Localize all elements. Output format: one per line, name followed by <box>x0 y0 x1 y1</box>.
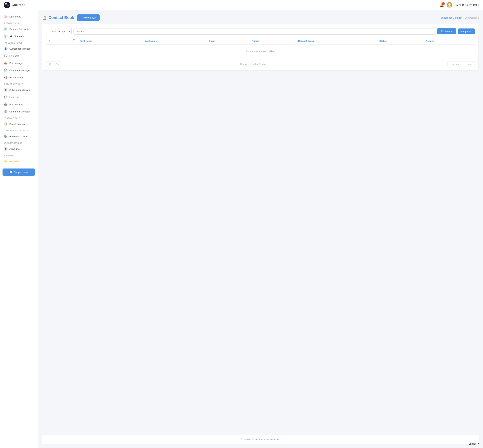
sidebar: ⊞ Dashboard INTEGRATIONS 🔗 Connect Accou… <box>0 10 38 448</box>
sidebar-item-connect-accounts[interactable]: 🔗 Connect Accounts <box>0 25 38 33</box>
sidebar-item-dashboard-label: Dashboard <box>9 15 21 18</box>
section-title-facebook: FACEBOOK TOOLS <box>0 40 38 45</box>
main-content: 📋 Contact Book + New contact Subscriber … <box>38 10 483 448</box>
sidebar-item-label: Subscriber Manager <box>9 89 31 91</box>
ig-livechat-icon: 💬 <box>4 95 8 99</box>
table-header-row: # First Name Last Name Email Phone Conta… <box>46 38 475 44</box>
fb-broadcasting-icon: 📢 <box>4 75 8 80</box>
contact-group-select[interactable]: Contact Group <box>46 28 71 35</box>
brand-chevron-icon: ▼ <box>478 4 479 6</box>
sidebar-item-api-channels[interactable]: 📡 API channels <box>0 33 38 40</box>
ig-subscriber-icon: 👤 <box>4 88 8 92</box>
payment-icon: 💳 <box>4 159 8 163</box>
col-last-name: Last Name <box>142 38 207 44</box>
col-checkbox <box>70 38 78 44</box>
col-actions: Actions <box>423 38 475 44</box>
app-name: Cheifbot <box>12 3 25 7</box>
sidebar-section-integrations: INTEGRATIONS 🔗 Connect Accounts 📡 API ch… <box>0 20 38 40</box>
layout: ⊞ Dashboard INTEGRATIONS 🔗 Connect Accou… <box>0 10 483 448</box>
appsumo-icon: 👤 <box>4 147 8 151</box>
language-label: English <box>469 442 476 445</box>
sidebar-section-admin: ADMINISTRATIONS 👤 Appsumo <box>0 140 38 152</box>
ig-comment-icon: 💬 <box>4 110 8 113</box>
page-title-text: Contact Book <box>48 15 74 20</box>
language-selector[interactable]: English ▼ <box>469 442 479 445</box>
svg-point-6 <box>448 3 451 6</box>
sidebar-item-label: Appsumo <box>9 148 20 150</box>
connect-accounts-icon: 🔗 <box>4 27 8 31</box>
sidebar-item-ecommerce[interactable]: 🏪 Ecommerce store <box>0 133 38 140</box>
breadcrumb-separator: / <box>463 16 464 19</box>
support-icon: 💬 <box>9 171 12 174</box>
pagination-buttons: Previous Next <box>448 61 475 67</box>
sidebar-item-fb-subscriber[interactable]: 👤 Subscriber Manager <box>0 45 38 52</box>
sidebar-item-label: API channels <box>9 35 24 38</box>
per-page-chevron-icon: ▼ <box>57 63 61 65</box>
sidebar-item-dashboard[interactable]: ⊞ Dashboard <box>0 13 38 20</box>
col-hash: # <box>46 38 70 44</box>
breadcrumb: Subscriber Manager / Contact Book <box>441 16 479 19</box>
footer-copyright: © ChiefBot <box>241 438 251 441</box>
sidebar-item-label: Comment Manager <box>9 69 30 72</box>
table-container: # First Name Last Name Email Phone Conta… <box>46 38 475 58</box>
new-contact-btn-label: + New contact <box>80 16 96 19</box>
notification-badge: 0 <box>442 2 445 5</box>
sidebar-item-label: Live chat <box>9 55 19 57</box>
section-title-admin: ADMINISTRATIONS <box>0 140 38 145</box>
sidebar-section-payment: PAYMENT 💳 Payment <box>0 152 38 165</box>
search-button[interactable]: 🔍 Search <box>437 28 456 34</box>
new-contact-button[interactable]: + New contact <box>77 14 100 21</box>
search-input[interactable] <box>73 28 435 35</box>
sidebar-item-fb-botmanager[interactable]: 🤖 Bot manager <box>0 59 38 67</box>
sidebar-item-label: Subscriber Manager <box>9 48 31 50</box>
svg-point-7 <box>448 6 451 8</box>
footer-company-link[interactable]: iCollab Technologies Pvt Ltd <box>253 438 280 441</box>
col-phone: Phone <box>249 38 296 44</box>
sidebar-item-fb-comment[interactable]: 💬 Comment Manager <box>0 67 38 74</box>
search-btn-label: Search <box>445 30 452 33</box>
breadcrumb-parent[interactable]: Subscriber Manager <box>441 16 462 19</box>
support-desk-button[interactable]: 💬 Support desk <box>2 168 35 176</box>
sidebar-item-fb-broadcasting[interactable]: 📢 Broadcasting <box>0 74 38 81</box>
avatar[interactable] <box>447 2 452 8</box>
next-button[interactable]: Next <box>463 61 475 67</box>
svg-rect-3 <box>5 6 7 6</box>
options-button[interactable]: + Options <box>458 28 475 34</box>
brand-name[interactable]: Trend Business CO ▼ <box>455 4 479 7</box>
previous-button[interactable]: Previous <box>448 61 464 67</box>
sidebar-item-label: Live chat <box>9 96 19 99</box>
notification-bell[interactable]: 🔔 0 <box>440 3 444 7</box>
col-email: Email <box>207 38 249 44</box>
svg-rect-2 <box>5 3 7 4</box>
table-head: # First Name Last Name Email Phone Conta… <box>46 38 475 44</box>
per-page-select[interactable]: 10 25 50 100 <box>46 61 57 67</box>
sidebar-item-social-posting[interactable]: 📋 Social Posting <box>0 120 38 128</box>
showing-info: Showing 0 to 0 of 0 entries <box>240 63 268 65</box>
contact-group-select-wrapper: Contact Group <box>46 28 72 35</box>
sidebar-item-ig-comment[interactable]: 💬 Comment Manager <box>0 108 38 115</box>
api-channels-icon: 📡 <box>4 34 8 38</box>
social-posting-icon: 📋 <box>4 122 8 126</box>
navbar-right: 🔔 0 Trend Business CO ▼ <box>440 2 479 8</box>
sidebar-item-fb-livechat[interactable]: 💬 Live chat <box>0 52 38 59</box>
sidebar-item-ig-botmanager[interactable]: 🤖 Bot manager <box>0 101 38 108</box>
select-all-checkbox[interactable] <box>73 40 75 42</box>
sidebar-item-label: Ecommerce store <box>9 135 28 138</box>
empty-message: No data available in table <box>46 44 475 58</box>
sidebar-section-instagram: INSTAGRAM TOOLS 👤 Subscriber Manager 💬 L… <box>0 81 38 115</box>
select-divider <box>71 28 71 35</box>
navbar-left: Cheifbot ☰ <box>4 2 31 8</box>
sidebar-item-ig-livechat[interactable]: 💬 Live chat <box>0 94 38 101</box>
pagination-bar: 10 25 50 100 ▼ Showing 0 to 0 of 0 entri… <box>46 61 475 67</box>
fb-bot-icon: 🤖 <box>4 61 8 65</box>
logo-icon <box>4 2 10 8</box>
sidebar-item-ig-subscriber[interactable]: 👤 Subscriber Manager <box>0 86 38 94</box>
sidebar-item-appsumo[interactable]: 👤 Appsumo <box>0 145 38 152</box>
sidebar-item-payment[interactable]: 💳 Payment <box>0 158 38 165</box>
footer: © ChiefBot • iCollab Technologies Pvt Lt… <box>42 435 479 444</box>
sidebar-item-label: Comment Manager <box>9 110 30 113</box>
sidebar-item-label: Bot manager <box>9 62 23 64</box>
sidebar-section-facebook: FACEBOOK TOOLS 👤 Subscriber Manager 💬 Li… <box>0 40 38 81</box>
language-chevron-icon: ▼ <box>477 442 479 445</box>
hamburger-menu[interactable]: ☰ <box>28 3 31 7</box>
